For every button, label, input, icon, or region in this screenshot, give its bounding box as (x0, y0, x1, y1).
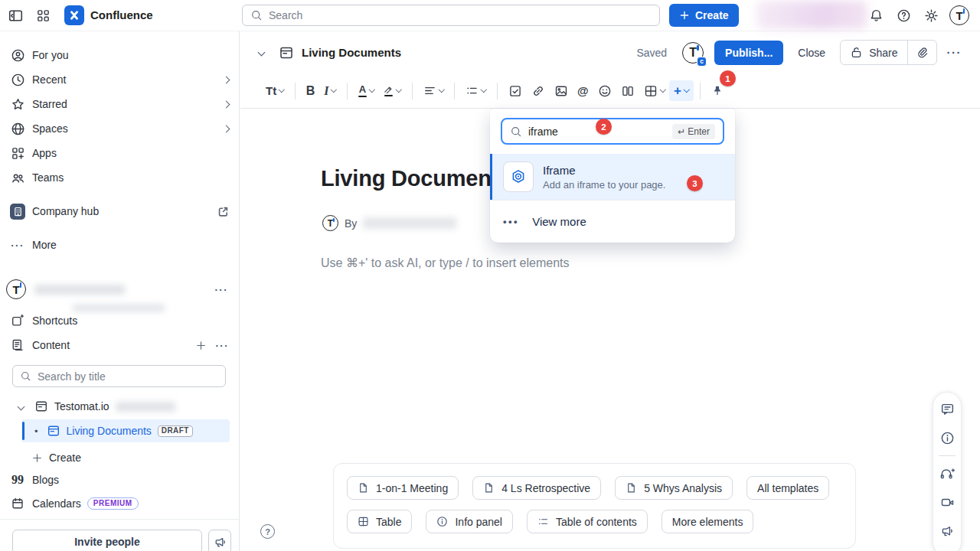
page-more-actions[interactable]: ··· (947, 46, 962, 59)
sidebar-item-spaces[interactable]: Spaces (3, 116, 236, 141)
content-search-input[interactable] (38, 370, 218, 383)
global-search-input[interactable] (269, 9, 652, 21)
redacted-tree-text (116, 402, 175, 412)
more-elements-button[interactable]: More elements (662, 510, 754, 533)
saved-status: Saved (636, 47, 667, 59)
publish-button[interactable]: Publish... (714, 41, 783, 65)
app-switcher-icon[interactable] (35, 8, 51, 24)
insert-elements-button[interactable]: + (669, 80, 693, 101)
sidebar-section-shortcuts[interactable]: Shortcuts (3, 308, 236, 333)
tree-create-button[interactable]: Create (24, 445, 236, 470)
sidebar-item-recent[interactable]: Recent (3, 67, 236, 92)
quote-icon: 99 (10, 474, 25, 486)
author-avatar: T (322, 215, 338, 231)
sidebar-section-content[interactable]: Content ··· (3, 333, 236, 357)
global-search[interactable] (242, 5, 660, 26)
help-icon[interactable] (896, 8, 912, 24)
top-navigation-bar: Confluence Create T (0, 0, 980, 31)
highlight-color-button[interactable] (378, 81, 406, 101)
table-icon (358, 516, 369, 527)
space-header[interactable]: T ··· (6, 278, 233, 301)
space-avatar: T (6, 279, 26, 299)
collaborator-badge: c (697, 57, 707, 67)
sidebar-item-company-hub[interactable]: Company hub (3, 199, 236, 223)
sidebar-item-calendars[interactable]: Calendars PREMIUM (3, 491, 236, 516)
search-icon (250, 9, 263, 21)
byline: T By (322, 215, 456, 231)
enter-keycap: ↵ Enter (672, 124, 715, 139)
bold-button[interactable]: B (302, 80, 320, 102)
user-avatar[interactable]: T (949, 5, 969, 25)
sidebar-item-for-you[interactable]: For you (3, 43, 236, 67)
table-button[interactable] (639, 80, 670, 102)
image-button[interactable] (550, 80, 573, 102)
details-info-icon[interactable] (940, 431, 955, 445)
tree-item-space-root[interactable]: Testomat.io (18, 396, 175, 417)
collaborator-avatar[interactable]: T c (682, 42, 704, 64)
breadcrumb-chevron-icon[interactable] (258, 49, 266, 57)
sidebar-item-blogs[interactable]: 99 Blogs (3, 468, 236, 492)
app-name: Confluence (90, 8, 153, 21)
right-tools-rail (933, 392, 962, 551)
unlock-icon (850, 46, 863, 59)
view-more-item[interactable]: ••• View more (490, 201, 735, 243)
globe-icon (10, 122, 25, 136)
insert-info-panel-button[interactable]: Info panel (426, 510, 513, 533)
chevron-right-icon (223, 100, 230, 108)
create-button[interactable]: Create (669, 4, 739, 27)
tree-item-living-documents-selected[interactable]: • Living Documents DRAFT (21, 419, 230, 442)
close-button[interactable]: Close (798, 47, 825, 59)
sidebar-item-apps[interactable]: Apps (3, 141, 236, 165)
sidebar-item-more[interactable]: ··· More (3, 233, 236, 257)
mention-button[interactable]: @ (573, 80, 593, 101)
sidebar-item-teams[interactable]: Teams (3, 165, 236, 190)
list-icon (537, 516, 549, 527)
feedback-megaphone-button[interactable] (208, 530, 231, 551)
collapse-sidebar-icon[interactable] (8, 8, 24, 24)
sidebar-divider (0, 519, 239, 520)
layouts-button[interactable] (616, 80, 639, 102)
redacted-topbar-item (756, 1, 867, 29)
space-more-icon[interactable]: ··· (215, 284, 229, 295)
insert-table-button[interactable]: Table (347, 510, 412, 533)
task-checkbox-button[interactable] (504, 80, 527, 102)
document-title[interactable]: Living Documents (321, 166, 511, 191)
content-more-icon[interactable]: ··· (216, 340, 230, 351)
template-4ls-retrospective[interactable]: 4 Ls Retrospective (472, 476, 601, 500)
lists-button[interactable] (461, 80, 491, 101)
content-search[interactable] (12, 365, 226, 387)
insert-toc-button[interactable]: Table of contents (527, 510, 648, 533)
invite-people-button[interactable]: Invite people (12, 530, 202, 551)
comments-icon[interactable] (940, 402, 955, 416)
text-color-button[interactable]: A (354, 80, 379, 102)
template-5-whys-analysis[interactable]: 5 Whys Analysis (615, 476, 733, 500)
help-question-icon[interactable]: ? (260, 524, 275, 539)
video-camera-icon[interactable] (940, 495, 955, 510)
confluence-logo-icon[interactable] (64, 5, 84, 25)
italic-button[interactable]: I (319, 80, 341, 102)
editor-placeholder[interactable]: Use ⌘+' to ask AI, or type / to insert e… (321, 256, 570, 270)
annotation-step-2: 2 (596, 119, 612, 135)
template-1on1-meeting[interactable]: 1-on-1 Meeting (347, 476, 459, 500)
link-button[interactable] (527, 80, 550, 102)
file-icon (626, 482, 637, 494)
notifications-bell-icon[interactable] (868, 8, 884, 24)
share-button[interactable]: Share (841, 41, 906, 64)
chevron-down-icon (18, 403, 25, 410)
copy-link-button[interactable] (908, 41, 936, 64)
text-styles-button[interactable]: Tt (261, 80, 289, 101)
person-circle-icon (10, 48, 25, 63)
alignment-button[interactable] (419, 80, 449, 101)
megaphone-icon[interactable] (940, 524, 954, 538)
settings-gear-icon[interactable] (923, 8, 939, 24)
emoji-button[interactable] (593, 80, 616, 102)
page-icon (279, 45, 294, 60)
add-content-icon[interactable] (195, 340, 207, 351)
page-icon-blue (47, 424, 60, 438)
annotation-step-3: 3 (687, 175, 703, 191)
headset-add-icon[interactable] (939, 466, 955, 481)
paperclip-icon (916, 46, 929, 59)
all-templates-button[interactable]: All templates (746, 476, 829, 500)
insert-search[interactable]: ↵ Enter (501, 118, 724, 145)
sidebar-item-starred[interactable]: Starred (3, 92, 236, 116)
